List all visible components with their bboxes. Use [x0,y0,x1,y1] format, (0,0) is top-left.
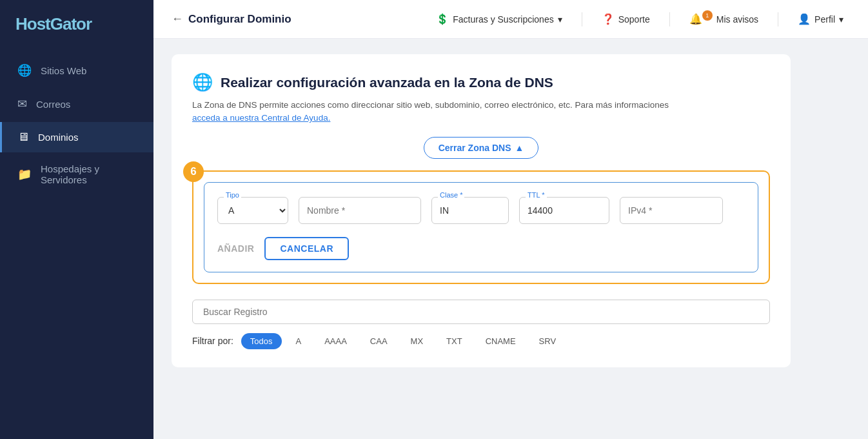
content-card: 🌐 Realizar configuración avanzada en la … [172,54,791,367]
step-box: 6 Tipo A AAAA CAA CNAME MX TXT [192,170,770,284]
cerrar-zona-btn[interactable]: Cerrar Zona DNS ▲ [424,137,539,159]
brand-logo: HostGator [0,0,153,48]
avisos-label: Mis avisos [716,14,758,25]
tipo-select[interactable]: A AAAA CAA CNAME MX TXT SRV [217,197,288,224]
sidebar-item-correos[interactable]: ✉ Correos [0,88,153,119]
filter-btn-mx[interactable]: MX [402,333,433,349]
brand-name-part1: Host [15,14,50,34]
dollar-icon: 💲 [436,13,449,25]
topbar-separator-2 [669,12,670,26]
dominios-icon: 🖥 [17,130,29,144]
bell-icon: 🔔 [689,13,702,25]
filter-btn-aaaa[interactable]: AAAA [315,333,356,349]
section-title-row: 🌐 Realizar configuración avanzada en la … [192,72,770,92]
ipv4-input[interactable] [620,197,723,224]
filter-btn-caa[interactable]: CAA [361,333,397,349]
page-title: Configurar Dominio [188,13,291,26]
topbar-separator-1 [582,12,582,26]
search-input[interactable] [192,300,770,324]
perfil-label: Perfil [814,14,835,25]
help-link[interactable]: acceda a nuestra Central de Ayuda. [192,113,330,123]
sidebar: HostGator 🌐 Sitios Web ✉ Correos 🖥 Domin… [0,0,153,439]
sidebar-item-label: Hospedajes y Servidores [41,163,138,185]
filter-label: Filtrar por: [192,336,233,346]
sidebar-item-label: Sitios Web [41,65,86,76]
form-actions: AÑADIR CANCELAR [217,237,745,260]
sidebar-item-label: Correos [36,99,70,110]
user-icon: 👤 [798,13,811,25]
ttl-label: TTL * [526,191,547,199]
dns-globe-icon: 🌐 [192,72,213,92]
topbar-separator-3 [778,12,778,26]
correos-icon: ✉ [17,97,27,111]
question-icon: ❓ [602,13,615,25]
brand-name-part2: Gator [50,14,92,34]
sidebar-item-sitios-web[interactable]: 🌐 Sitios Web [0,55,153,86]
back-button[interactable]: ← Configurar Dominio [172,12,291,26]
soporte-label: Soporte [618,14,650,25]
filter-btn-txt[interactable]: TXT [437,333,471,349]
clase-field-group: Clase * IN [431,197,509,224]
cerrar-zona-btn-container: Cerrar Zona DNS ▲ [192,137,770,159]
step-number: 6 [183,161,204,182]
topbar: ← Configurar Dominio 💲 Facturas y Suscri… [153,0,868,39]
nombre-input[interactable] [299,197,421,224]
page-content: 🌐 Realizar configuración avanzada en la … [153,39,868,439]
ttl-input[interactable]: 14400 [519,197,609,224]
chevron-up-icon: ▲ [515,143,524,153]
section-description: La Zona de DNS permite acciones como dir… [192,99,770,125]
soporte-menu[interactable]: ❓ Soporte [595,9,656,29]
avisos-menu[interactable]: 🔔 1 Mis avisos [683,9,765,29]
perfil-chevron-icon: ▾ [839,14,843,25]
facturas-menu[interactable]: 💲 Facturas y Suscripciones ▾ [429,9,568,29]
avisos-badge: 1 [702,10,713,21]
ttl-field-group: TTL * 14400 [519,197,609,224]
tipo-label: Tipo [224,191,241,199]
tipo-field-group: Tipo A AAAA CAA CNAME MX TXT SRV [217,197,288,224]
sidebar-nav: 🌐 Sitios Web ✉ Correos 🖥 Dominios 📁 Hosp… [0,48,153,200]
clase-input[interactable]: IN [431,197,509,224]
hospedajes-icon: 📁 [17,167,32,181]
facturas-label: Facturas y Suscripciones [453,14,553,25]
dns-form: Tipo A AAAA CAA CNAME MX TXT SRV [204,182,758,272]
filter-row: Filtrar por: Todos A AAAA CAA MX TXT CNA… [192,333,770,349]
sidebar-item-dominios[interactable]: 🖥 Dominios [0,122,153,152]
nombre-field-group [299,197,421,224]
perfil-menu[interactable]: 👤 Perfil ▾ [791,9,850,29]
facturas-chevron-icon: ▾ [558,14,562,25]
back-arrow: ← [172,12,183,26]
anadir-button[interactable]: AÑADIR [217,243,254,254]
filter-btn-a[interactable]: A [287,333,311,349]
filter-btn-srv[interactable]: SRV [530,333,566,349]
filter-btn-cname[interactable]: CNAME [477,333,525,349]
form-row: Tipo A AAAA CAA CNAME MX TXT SRV [217,197,745,224]
main-content: ← Configurar Dominio 💲 Facturas y Suscri… [153,0,868,439]
sitios-web-icon: 🌐 [17,63,32,77]
filter-btn-todos[interactable]: Todos [241,333,282,349]
sidebar-item-hospedajes[interactable]: 📁 Hospedajes y Servidores [0,155,153,194]
sidebar-item-label: Dominios [38,132,79,143]
clase-label: Clase * [438,191,464,199]
cancelar-button[interactable]: CANCELAR [264,237,349,260]
section-title: Realizar configuración avanzada en la Zo… [221,75,553,90]
ipv4-field-group [620,197,723,224]
